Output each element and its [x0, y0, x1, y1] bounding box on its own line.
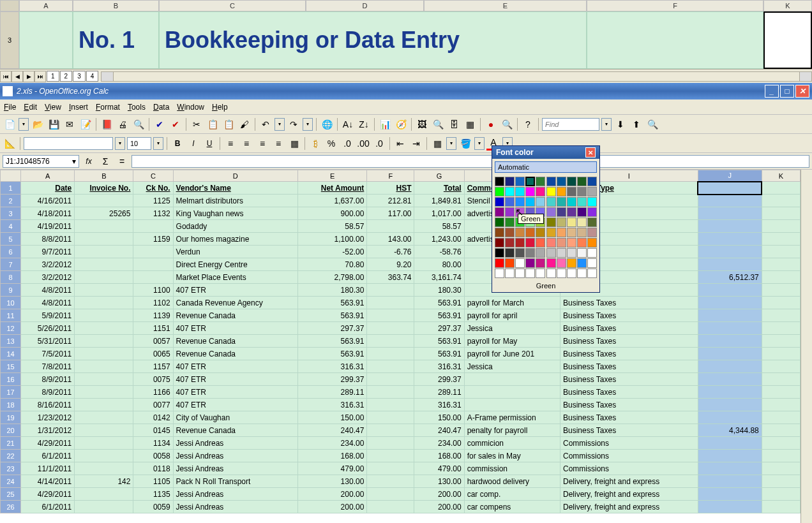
color-swatch[interactable]: [536, 187, 545, 196]
font-size-input[interactable]: [127, 137, 151, 150]
cell[interactable]: Date: [21, 182, 75, 195]
cell[interactable]: [367, 360, 414, 373]
cell[interactable]: 0145: [133, 424, 173, 437]
cell[interactable]: Business Taxes: [560, 386, 698, 399]
cell[interactable]: [75, 309, 133, 322]
cell[interactable]: [762, 450, 800, 462]
cell[interactable]: 316.31: [414, 360, 464, 373]
cell[interactable]: [698, 335, 762, 348]
cell[interactable]: [762, 462, 800, 475]
cell[interactable]: [367, 399, 414, 411]
column-header[interactable]: F: [587, 0, 763, 11]
color-swatch[interactable]: [495, 269, 504, 278]
cell[interactable]: [75, 220, 133, 233]
cell[interactable]: 200.00: [414, 488, 464, 501]
column-header[interactable]: J: [698, 170, 762, 182]
corner-cell[interactable]: [0, 0, 19, 11]
cell[interactable]: 5/31/2011: [21, 335, 75, 348]
row-header[interactable]: 14: [1, 348, 21, 360]
cell[interactable]: 180.30: [298, 284, 367, 297]
color-swatch[interactable]: [515, 177, 525, 186]
cell[interactable]: 407 ETR: [173, 386, 297, 399]
color-swatch[interactable]: [495, 177, 504, 186]
column-header[interactable]: A: [21, 170, 75, 182]
cell[interactable]: [367, 373, 414, 386]
column-header[interactable]: F: [367, 170, 414, 182]
color-swatch[interactable]: [515, 228, 525, 237]
cell[interactable]: 25265: [75, 207, 133, 220]
cell[interactable]: [762, 284, 800, 297]
menu-data[interactable]: Data: [153, 103, 169, 112]
cell[interactable]: -58.76: [414, 246, 464, 258]
cell[interactable]: [133, 220, 173, 233]
color-swatch[interactable]: [546, 207, 556, 217]
bgcolor-dd[interactable]: ▾: [474, 137, 485, 150]
color-swatch[interactable]: [557, 248, 566, 258]
color-swatch[interactable]: [505, 197, 515, 207]
record-icon[interactable]: ●: [484, 117, 498, 131]
add-decimal-icon[interactable]: .00: [356, 136, 370, 151]
cell[interactable]: 3,161.74: [414, 271, 464, 284]
cell[interactable]: Jessi Andreas: [173, 462, 297, 475]
cell[interactable]: Jessi Andreas: [173, 501, 297, 513]
underline-icon[interactable]: U: [202, 136, 216, 151]
cell[interactable]: HST: [367, 182, 414, 195]
cell[interactable]: 563.91: [298, 297, 367, 309]
nav-next[interactable]: ▶: [23, 71, 34, 82]
cell[interactable]: 1159: [133, 233, 173, 246]
cut-icon[interactable]: ✂: [190, 117, 204, 131]
cell[interactable]: [75, 450, 133, 462]
align-right-icon[interactable]: ≡: [255, 136, 269, 151]
navigator-icon[interactable]: 🧭: [394, 117, 408, 131]
menu-tools[interactable]: Tools: [128, 103, 146, 112]
color-swatch[interactable]: [536, 177, 545, 186]
cell[interactable]: 316.31: [414, 399, 464, 411]
cell[interactable]: 5/9/2011: [21, 309, 75, 322]
cell[interactable]: [75, 399, 133, 411]
color-swatch[interactable]: [505, 248, 515, 258]
cell[interactable]: [75, 284, 133, 297]
color-swatch[interactable]: [495, 238, 504, 247]
cell[interactable]: 1132: [133, 207, 173, 220]
cell[interactable]: [698, 462, 762, 475]
color-swatch[interactable]: [557, 177, 566, 186]
cell[interactable]: [698, 284, 762, 297]
color-swatch[interactable]: [546, 228, 556, 237]
cell[interactable]: 168.00: [298, 450, 367, 462]
cell[interactable]: payroll for June 201: [464, 348, 560, 360]
cell[interactable]: [698, 475, 762, 488]
find-icon[interactable]: 🔍: [431, 117, 445, 131]
cell[interactable]: [367, 335, 414, 348]
cell[interactable]: payroll for april: [464, 309, 560, 322]
help-icon[interactable]: ?: [521, 117, 535, 131]
row-header[interactable]: 17: [1, 386, 21, 399]
cell[interactable]: [698, 501, 762, 513]
cell[interactable]: [698, 386, 762, 399]
column-header[interactable]: E: [424, 0, 587, 11]
cell[interactable]: [762, 207, 800, 220]
color-swatch[interactable]: [546, 269, 556, 278]
cell[interactable]: [762, 322, 800, 335]
color-swatch[interactable]: [495, 258, 504, 268]
cell[interactable]: [75, 348, 133, 360]
cell[interactable]: Business Taxes: [560, 373, 698, 386]
row-header[interactable]: 3: [0, 11, 19, 69]
cell[interactable]: [367, 309, 414, 322]
color-swatch[interactable]: [587, 248, 597, 258]
cell[interactable]: 2,798.00: [298, 271, 367, 284]
cell[interactable]: Godaddy: [173, 220, 297, 233]
cell[interactable]: 407 ETR: [173, 399, 297, 411]
row-header[interactable]: 25: [1, 488, 21, 501]
cell[interactable]: 0059: [133, 501, 173, 513]
cell[interactable]: 0142: [133, 411, 173, 424]
row-header[interactable]: 15: [1, 360, 21, 373]
cell-active[interactable]: [763, 11, 812, 69]
cell[interactable]: [75, 462, 133, 475]
cell[interactable]: Business Taxes: [560, 424, 698, 437]
color-swatch[interactable]: [557, 269, 566, 278]
cell[interactable]: Jessi Andreas: [173, 488, 297, 501]
color-swatch[interactable]: [505, 238, 515, 247]
cell[interactable]: 1,637.00: [298, 195, 367, 207]
cell[interactable]: [762, 360, 800, 373]
italic-icon[interactable]: I: [186, 136, 200, 151]
